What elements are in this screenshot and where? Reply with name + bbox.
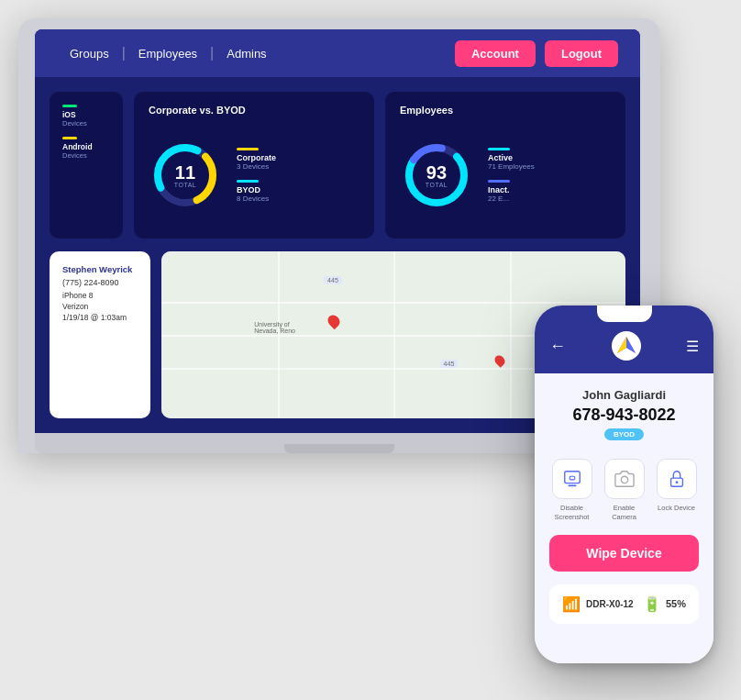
donut-corp: 11 TOTAL [149,139,222,212]
card-corp-title: Corporate vs. BYOD [149,105,359,116]
svg-point-14 [675,481,678,483]
donut-corp-label: 11 TOTAL [174,163,196,188]
map-unr-label: University ofNevada, Reno [254,321,295,334]
road4 [278,251,280,418]
card-corp-legend: Corporate 3 Devices BYOD 8 Devices [237,148,276,203]
phone-mockup: ← ☰ John Gagliardi 678-943-8022 BYOD [535,306,713,663]
map-marker2 [493,353,508,368]
phone-notch [597,306,652,322]
battery-pct: 55% [666,598,686,609]
wifi-name: DDR-X0-12 [586,599,634,609]
card-employees: Employees 93 [385,92,625,239]
logo-svg [615,335,637,357]
partial-ios: iOS Devices [62,105,110,128]
action-screenshot-label: Disable Screenshot [549,504,594,522]
ios-label: iOS [62,110,110,119]
legend-active: Active 71 Employees [488,148,535,171]
legend-byod-name: BYOD [237,185,276,194]
card-corp-body: 11 TOTAL Corporate 3 Devices [149,125,359,226]
info-panel: Stephen Weyrick (775) 224-8090 iPhone 8 … [50,251,150,418]
wifi-section: 📶 DDR-X0-12 [562,595,634,613]
scene: Groups | Employees | Admins Account Logo… [0,0,741,700]
info-device: iPhone 8 [62,291,138,300]
action-lock-label: Lock Device [658,504,695,513]
phone-actions: Disable Screenshot Enable Camera [549,459,699,522]
info-date: 1/19/18 @ 1:03am [62,313,138,322]
card-partial: iOS Devices Android Devices [50,92,123,239]
menu-icon[interactable]: ☰ [686,338,699,355]
road6 [510,251,512,418]
account-button[interactable]: Account [455,40,536,67]
road5 [393,251,395,418]
map-marker1 [326,313,342,329]
legend-corp-count: 3 Devices [237,162,276,171]
battery-section: 🔋 55% [643,595,686,613]
cards-row: iOS Devices Android Devices Corporat [50,92,625,239]
card-emp-legend: Active 71 Employees Inact. 22 E... [488,148,535,203]
phone-number: 678-943-8022 [549,406,699,425]
legend-inactive: Inact. 22 E... [488,180,535,203]
navbar: Groups | Employees | Admins Account Logo… [35,29,640,77]
action-lock[interactable]: Lock Device [654,459,699,522]
svg-rect-11 [570,476,575,480]
legend-inactive-name: Inact. [488,185,535,194]
phone-badge: BYOD [604,428,644,440]
legend-corp-name: Corporate [237,153,276,162]
donut-emp-label: 93 TOTAL [426,163,448,188]
phone-logo [612,331,641,361]
svg-rect-9 [564,472,580,483]
info-carrier: Verizon [62,302,138,311]
map-num1: 445 [324,276,342,284]
action-screenshot[interactable]: Disable Screenshot [549,459,594,522]
wipe-device-button[interactable]: Wipe Device [549,535,699,572]
svg-marker-8 [617,337,626,353]
back-icon[interactable]: ← [549,337,566,356]
ios-sub: Devices [62,119,110,128]
android-sub: Devices [62,151,110,160]
battery-icon: 🔋 [643,595,661,613]
legend-active-count: 71 Employees [488,162,535,171]
donut-corp-number: 11 [174,163,196,182]
legend-corp-bar [237,148,259,150]
camera-icon-container [604,459,645,499]
legend-active-name: Active [488,153,535,162]
logout-button[interactable]: Logout [545,40,618,67]
legend-byod: BYOD 8 Devices [237,180,276,203]
action-camera-label: Enable Camera [602,504,647,522]
card-emp-title: Employees [400,105,611,116]
action-camera[interactable]: Enable Camera [602,459,647,522]
android-label: Android [62,142,110,151]
legend-inactive-bar [488,180,510,183]
lock-icon-container [657,459,697,499]
donut-emp-number: 93 [426,163,448,182]
legend-active-bar [488,148,510,150]
nav-admins[interactable]: Admins [214,47,279,61]
map-num2: 445 [440,360,459,368]
donut-emp-sub: TOTAL [426,182,448,188]
android-dot [62,137,77,139]
screenshot-icon [562,469,582,489]
legend-corp: Corporate 3 Devices [237,148,276,171]
ios-dot [62,105,77,107]
partial-android: Android Devices [62,137,110,160]
nav-employees[interactable]: Employees [126,47,210,61]
phone-screen: ← ☰ John Gagliardi 678-943-8022 BYOD [535,306,713,663]
legend-inactive-count: 22 E... [488,194,535,203]
nav-groups[interactable]: Groups [57,47,122,61]
legend-byod-bar [237,180,259,183]
nav-links: Groups | Employees | Admins [57,45,280,61]
svg-point-12 [621,476,627,483]
donut-emp: 93 TOTAL [400,139,473,212]
phone-user-name: John Gagliardi [549,388,699,402]
nav-buttons: Account Logout [455,40,618,67]
card-corporate-byod: Corporate vs. BYOD 11 [134,92,374,239]
donut-corp-sub: TOTAL [174,182,196,188]
svg-rect-10 [568,484,576,486]
phone-bottom-info: 📶 DDR-X0-12 🔋 55% [549,584,699,624]
lock-icon [667,469,687,489]
phone-content: John Gagliardi 678-943-8022 BYOD [535,373,713,663]
wifi-icon: 📶 [562,595,581,613]
info-name: Stephen Weyrick [62,264,138,274]
info-phone: (775) 224-8090 [62,278,138,287]
card-emp-body: 93 TOTAL Active 71 Employees [400,125,611,226]
